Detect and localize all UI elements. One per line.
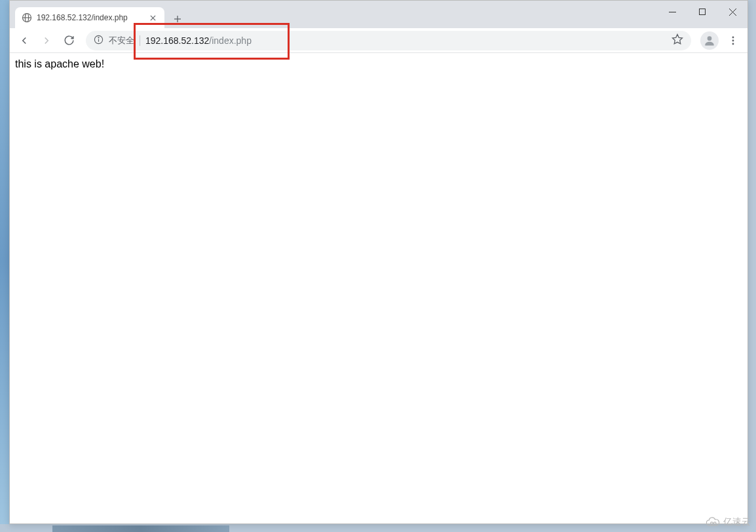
reload-button[interactable]	[58, 30, 79, 51]
forward-button[interactable]	[36, 30, 57, 51]
window-controls	[657, 2, 747, 22]
page-content: this is apache web!	[10, 53, 747, 523]
url-host: 192.168.52.132	[145, 35, 209, 46]
titlebar-spacer	[10, 1, 747, 6]
browser-window: 192.168.52.132/index.php	[9, 0, 748, 524]
profile-button[interactable]	[700, 31, 719, 50]
browser-tab[interactable]: 192.168.52.132/index.php	[15, 7, 164, 28]
browser-toolbar: 不安全 192.168.52.132/index.php	[10, 28, 747, 53]
tab-strip: 192.168.52.132/index.php	[10, 6, 747, 28]
minimize-button[interactable]	[657, 2, 687, 22]
back-button[interactable]	[14, 30, 35, 51]
info-icon	[94, 35, 104, 47]
maximize-button[interactable]	[687, 2, 717, 22]
address-bar[interactable]: 不安全 192.168.52.132/index.php	[86, 31, 691, 50]
divider	[140, 35, 140, 46]
svg-point-15	[708, 36, 712, 41]
svg-point-16	[732, 36, 734, 38]
taskbar-edge	[52, 525, 229, 532]
svg-marker-14	[673, 35, 683, 44]
svg-point-18	[732, 43, 734, 45]
url-text: 192.168.52.132/index.php	[145, 35, 666, 46]
svg-point-13	[98, 37, 99, 37]
watermark-text: 亿速云	[723, 516, 751, 528]
svg-point-20	[713, 522, 716, 525]
watermark: 亿速云	[705, 516, 751, 528]
svg-point-17	[732, 39, 734, 41]
cloud-icon	[705, 516, 721, 528]
svg-rect-8	[699, 9, 705, 14]
desktop-background-edge	[0, 0, 9, 524]
menu-button[interactable]	[723, 30, 744, 51]
tab-close-button[interactable]	[147, 12, 158, 23]
page-body-text: this is apache web!	[15, 58, 104, 69]
globe-icon	[22, 12, 32, 23]
window-close-button[interactable]	[717, 2, 747, 22]
tab-title: 192.168.52.132/index.php	[37, 13, 143, 22]
security-label: 不安全	[109, 35, 134, 47]
new-tab-button[interactable]	[168, 10, 187, 28]
svg-point-19	[711, 522, 713, 525]
url-path: /index.php	[209, 35, 252, 46]
bookmark-star-icon[interactable]	[671, 33, 683, 47]
